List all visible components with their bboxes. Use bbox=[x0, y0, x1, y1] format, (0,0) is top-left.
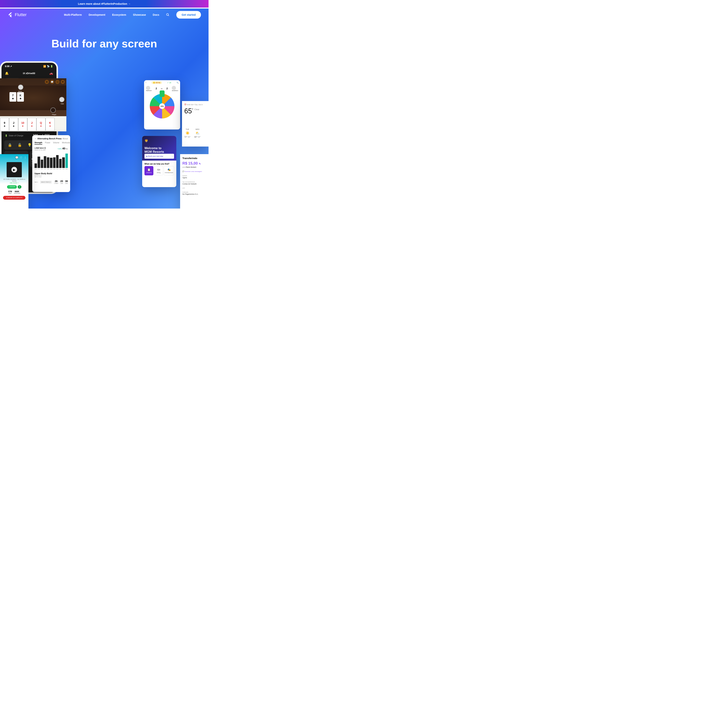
field-cpf[interactable]: CPF bbox=[182, 188, 206, 189]
download-icon[interactable]: ⬇ bbox=[18, 185, 21, 189]
game-toolbar: ⚙ 💬 ⓘ 👁 bbox=[0, 78, 66, 86]
table-cards: 7♣ K♣ bbox=[9, 92, 24, 102]
field-institution[interactable]: Instituição Nu Pagamentos S.A. bbox=[182, 191, 206, 195]
play-button[interactable]: ▶ bbox=[11, 167, 17, 173]
hand-card[interactable]: K♦ bbox=[46, 118, 55, 131]
tab-strength[interactable]: Strength bbox=[35, 142, 42, 145]
hand-card[interactable]: J♦ bbox=[27, 118, 37, 131]
tab-workouts[interactable]: Workouts bbox=[62, 142, 70, 145]
rep-value: 40 bbox=[62, 147, 65, 150]
player-right-avatar bbox=[172, 86, 176, 90]
settings-icon[interactable]: ⚙ bbox=[45, 80, 49, 84]
status-time: 8:09 ↗ bbox=[5, 65, 12, 68]
field-type[interactable]: Tipo de transferência Contas do Nubank bbox=[182, 181, 206, 185]
transfer-title: Transferindo bbox=[182, 157, 206, 160]
vs-label: vs bbox=[161, 88, 162, 89]
player-right-avatar bbox=[59, 97, 64, 102]
banner-text[interactable]: Learn more about #FlutterInProduction → bbox=[78, 2, 131, 5]
nav-showcase[interactable]: Showcase bbox=[133, 13, 146, 16]
status-icons: 📶 📡 🔋 bbox=[43, 65, 53, 68]
fitness-tabs: Strength Power Volume Workouts bbox=[35, 142, 68, 145]
player-right-name: Kate bbox=[61, 103, 64, 105]
nav-development[interactable]: Development bbox=[89, 13, 106, 16]
unlock-icon[interactable]: 🔓 bbox=[18, 143, 22, 147]
entertainment-icon: 🎭 bbox=[165, 168, 173, 171]
announcement-banner[interactable]: Learn more about #FlutterInProduction → bbox=[0, 0, 208, 8]
table-card: K♣ bbox=[17, 92, 24, 102]
coins-badge: 🪙 83742 bbox=[151, 81, 162, 84]
showcase-fitness-app: ← Alternating Bench Press About Strength… bbox=[32, 135, 70, 192]
get-started-button[interactable]: Get started bbox=[176, 11, 201, 18]
logo[interactable]: Flutter bbox=[8, 12, 26, 17]
hand-card[interactable]: Q♦ bbox=[37, 118, 46, 131]
download-album-button[interactable]: ⬇ BAIXAR CD COMPLETO bbox=[3, 196, 26, 200]
back-icon[interactable]: ← bbox=[35, 138, 37, 140]
weather-time: ⏰ 8:00 AM • Tue, Oct 9 bbox=[184, 104, 206, 106]
eye-icon[interactable]: 👁 bbox=[61, 80, 65, 84]
lock-icon[interactable]: 🔒 bbox=[8, 143, 12, 147]
mgm-hero: 🦁 Welcome toMGM Resorts 🛏 Book your next… bbox=[142, 136, 176, 161]
wheel-character-icon bbox=[160, 90, 165, 97]
downloads-value: 666K bbox=[14, 191, 20, 193]
book-stay-button[interactable]: 🛏 Book your next stay› bbox=[144, 154, 174, 159]
hand-card[interactable]: J♠ bbox=[9, 118, 18, 131]
edit-icon[interactable]: ✎ bbox=[199, 162, 201, 165]
cloud-icon: ⛅ bbox=[194, 131, 200, 135]
follow-button[interactable]: + SEGUIR bbox=[7, 185, 17, 189]
chat-icon[interactable]: 💬 bbox=[50, 80, 54, 84]
checkin-icon: 📋 bbox=[145, 168, 153, 171]
table-card: 7♣ bbox=[9, 92, 16, 102]
vehicle-title: iX xDrive50 bbox=[23, 72, 35, 75]
player-top-avatar bbox=[18, 84, 23, 90]
showcase-transfer-app: Transferindo R$ 15,00 ✎ para Flavio Gerl… bbox=[180, 154, 208, 208]
hand-card[interactable]: 9♠ bbox=[0, 118, 9, 131]
spin-button[interactable]: SPIN bbox=[159, 103, 165, 109]
app-topbar: 🔔 iX xDrive50 🚗 bbox=[2, 70, 57, 76]
field-when[interactable]: Quando Agora bbox=[182, 175, 206, 179]
rep-change: +43% bbox=[57, 148, 62, 150]
forecast-day: WED ⛅ 68° 54° bbox=[194, 128, 200, 138]
downloads-label: downloads bbox=[14, 193, 20, 194]
headlight-icon[interactable]: 💡 bbox=[28, 143, 32, 147]
player-hand: 9♠ J♠ 10♦ J♦ Q♦ K♦ bbox=[0, 116, 66, 132]
tab-volume[interactable]: Volume bbox=[53, 142, 59, 145]
showcase-mgm-app: 🦁 Welcome toMGM Resorts 🛏 Book your next… bbox=[142, 136, 176, 187]
song-title: CD JOÃO GOMES - Eu Tenho a Senha bbox=[0, 178, 28, 182]
tile-entertainment[interactable]: 🎭 Entertainment bbox=[164, 166, 174, 175]
more-icon[interactable]: ⋮ bbox=[24, 156, 26, 159]
player-left-avatar bbox=[146, 86, 150, 90]
plays-label: plays bbox=[9, 193, 12, 194]
help-title: What can we help you find? bbox=[142, 161, 176, 166]
tile-dining[interactable]: 🍽 Dining bbox=[154, 166, 163, 175]
search-icon[interactable] bbox=[166, 13, 170, 17]
showcase-card-game: ⚙ 💬 ⓘ 👁 Anna Kate 7♣ K♣ Player 9♠ J♠ 10♦… bbox=[0, 78, 66, 132]
share-icon[interactable]: 💬 bbox=[15, 156, 18, 159]
transfer-amount: R$ 15,00 ✎ bbox=[182, 161, 206, 165]
write-message-link[interactable]: 💬 Escrever uma mensagem bbox=[182, 171, 206, 172]
rep-max-label: 1-REP MAX ⓘ bbox=[35, 147, 46, 149]
check-badge: ✓ 15 bbox=[167, 82, 171, 84]
tab-power[interactable]: Power bbox=[45, 142, 50, 145]
soc-label: 🔋 State of Charge bbox=[5, 135, 23, 137]
back-arrow-icon[interactable]: ‹ bbox=[145, 82, 146, 84]
nav-docs[interactable]: Docs bbox=[153, 13, 159, 16]
search-icon[interactable]: 🔍 bbox=[176, 82, 179, 84]
mgm-tiles: 📋 Check-In 🍽 Dining 🎭 Entertainment bbox=[142, 166, 176, 175]
player-left-name: PeterSmith bbox=[146, 90, 152, 91]
spin-wheel[interactable]: SPIN bbox=[150, 94, 174, 118]
tile-check-in[interactable]: 📋 Check-In bbox=[144, 166, 153, 175]
hand-card[interactable]: 10♦ bbox=[18, 118, 27, 131]
artist-name[interactable]: João Gomes ✓ bbox=[0, 182, 28, 184]
car-icon[interactable]: 🚗 bbox=[49, 72, 53, 75]
weather-condition: Clear bbox=[194, 108, 199, 110]
nav-multi-platform[interactable]: Multi-Platform bbox=[64, 13, 82, 16]
info-icon[interactable]: ⓘ bbox=[55, 80, 60, 84]
forecast-day: TUE ☀️ 72° 56° bbox=[184, 128, 191, 138]
about-link[interactable]: About bbox=[63, 138, 68, 140]
fitness-chart bbox=[35, 153, 68, 168]
nav-ecosystem[interactable]: Ecosystem bbox=[112, 13, 126, 16]
heart-icon[interactable]: ♡ bbox=[20, 156, 22, 159]
bell-icon[interactable]: 🔔 bbox=[5, 72, 9, 75]
main-nav: Flutter Multi-Platform Development Ecosy… bbox=[0, 8, 208, 22]
workout-sub: Workout 4 bbox=[35, 174, 68, 176]
